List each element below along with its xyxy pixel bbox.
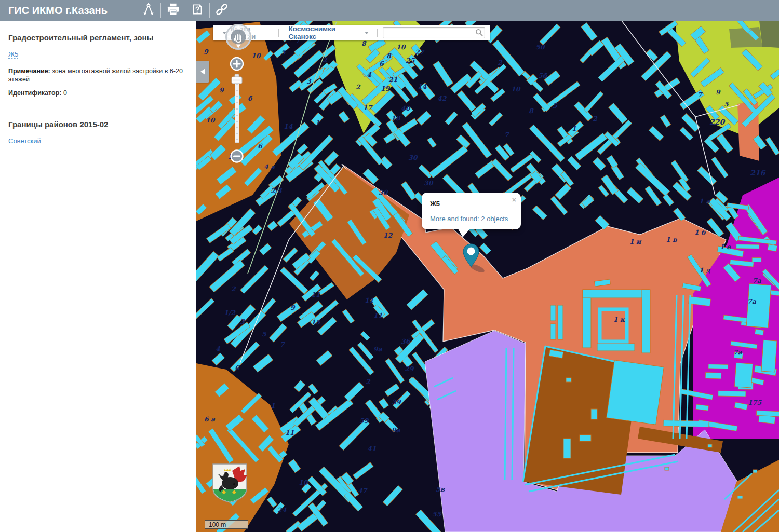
zone-identifier: Идентификатор: 0 [8,89,186,97]
map-address-label: 11 [311,291,320,298]
map-address-label: 4 [367,71,371,78]
map-address-label: 29 [405,365,414,373]
zoom-out-button[interactable] [231,151,243,162]
map-viewport[interactable]: 99б10104 а2/4105723114681027825642119217… [196,21,779,532]
map-building [708,444,712,447]
layer-separator [377,29,378,37]
map-address-label: 39 [392,398,401,406]
identifier-value: 0 [61,89,66,97]
chevron-down-icon [365,32,369,34]
map-address-label: 14 [418,83,427,90]
header-toolbar [140,2,231,19]
map-building [755,329,763,335]
map-address-label: 1 в [666,236,678,243]
map-address-label: 2/4 [271,187,282,195]
print-icon [166,2,180,19]
map-address-label: 11 [365,296,374,304]
map-building [580,435,591,441]
map-address-label: 1 д [699,266,711,274]
map-building [550,324,556,339]
district-link[interactable]: Советский [8,137,41,145]
map-building [550,305,556,321]
map-building [737,496,743,499]
print-button[interactable] [164,2,182,19]
map-address-label: 11 [373,311,383,319]
map-building [566,378,571,382]
zoom-slider[interactable] [232,74,242,143]
map-building [746,284,771,328]
map-address-label: 8 [386,52,392,60]
map-address-label: 8 [529,107,534,115]
app-title: ГИС ИКМО г.Казань [8,5,108,17]
map-address-label: 1/2 [224,309,236,317]
map-address-label: 47 [358,487,368,495]
toolbar-divider [209,3,210,18]
popup-more-link[interactable]: More and found: 2 objects [430,215,508,223]
map-address-label: 2 [366,378,371,386]
map-address-label: 9 [716,88,721,96]
map-address-label: 9а [373,345,383,353]
pan-control[interactable] [226,25,251,49]
map-address-label: 2 [323,56,328,64]
map-address-label: 30 [408,154,418,161]
map-address-label: 1 б [694,228,706,236]
map-address-label: 6 [379,60,384,67]
map-address-label: 2 [356,83,361,91]
map-building [583,290,649,298]
map-address-label: 7а [733,348,743,356]
map-address-label: 2 [498,59,503,66]
toolbar-divider [160,3,161,18]
close-icon[interactable]: × [512,196,516,204]
map-address-label: 40 [401,104,411,112]
zone-link[interactable]: Ж5 [8,50,18,59]
map-address-label: 11 [285,429,294,436]
map-building [718,391,746,397]
zoom-slider-handle[interactable] [232,74,242,84]
map-address-label: 2 [231,285,236,293]
toolbar-divider [185,3,185,18]
map-canvas[interactable]: 99б10104 а2/4105723114681027825642119217… [196,21,779,532]
map-address-label: 19 [381,85,391,92]
scale-bar: 100 m [205,520,248,529]
share-link-button[interactable] [213,2,231,19]
map-address-label: 4 [216,345,220,352]
map-address-label: 1 [572,125,576,132]
map-address-label: 5в [436,485,446,493]
chevron-left-icon [200,69,205,75]
regulation-section-title: Градостроительный регламент, зоны [8,33,186,42]
identifier-label: Идентификатор: [8,89,61,97]
map-address-label: 5 [724,100,729,108]
map-address-label: 1 к [613,316,625,323]
map-building [761,340,777,372]
map-address-label: 5 [262,330,267,338]
map-address-label: 24 [277,506,287,514]
map-address-label: 1 [271,402,275,410]
map-address-label: 5 [553,102,558,110]
measure-tool-button[interactable] [140,2,157,19]
layer-option-satellite[interactable]: Космоснимки Сканэкс [288,25,360,40]
map-building [607,360,664,425]
map-address-label: 10 [511,85,521,93]
map-building [705,372,721,379]
popup-title: Ж5 [430,200,513,208]
map-address-label: 175 [748,399,762,406]
map-marker[interactable] [459,243,488,275]
map-controls [221,21,256,192]
map-address-label: 5б [538,72,548,79]
map-address-label: 7 [504,131,509,139]
map-address-label: 7а [753,277,762,284]
map-address-label: 50 [535,43,545,51]
map-address-label: 36 [401,337,411,345]
sidebar-collapse-button[interactable] [196,61,209,83]
map-building [708,364,728,369]
zoom-in-button[interactable] [231,58,243,70]
map-address-label: 6 [258,142,263,150]
districts-section-title: Границы районов 2015-02 [8,120,186,129]
map-address-label: 1 и [629,238,642,245]
map-zone-olive2 [759,21,779,48]
help-button[interactable] [189,2,206,19]
map-building [768,244,777,252]
search-input[interactable] [383,27,485,38]
map-address-label: 216 [750,169,765,177]
map-address-label: 10 [396,43,406,51]
